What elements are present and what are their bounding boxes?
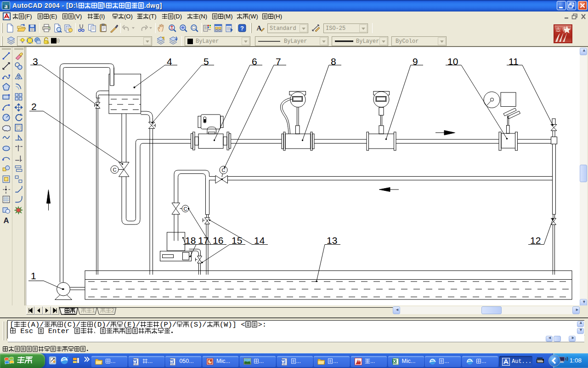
svg-text:8: 8 (331, 56, 336, 67)
svg-text:5: 5 (204, 56, 209, 67)
svg-text:A: A (3, 216, 9, 224)
svg-text:10: 10 (447, 56, 458, 67)
svg-text:a: a (5, 3, 8, 10)
svg-text:C: C (113, 167, 117, 172)
svg-text:12: 12 (530, 235, 541, 246)
svg-text:11: 11 (509, 56, 519, 67)
svg-text:2: 2 (31, 101, 37, 112)
svg-text:6: 6 (252, 56, 257, 67)
svg-text:17: 17 (198, 235, 209, 246)
svg-text:C: C (222, 167, 226, 173)
svg-text:C: C (184, 206, 187, 212)
svg-text:14: 14 (254, 235, 265, 246)
svg-text:13: 13 (327, 235, 337, 246)
svg-text:7: 7 (276, 56, 281, 67)
svg-text:15: 15 (232, 235, 242, 246)
svg-text:16: 16 (213, 235, 223, 246)
svg-text:3: 3 (33, 56, 38, 67)
svg-text:1: 1 (31, 270, 36, 281)
svg-text:9: 9 (413, 56, 418, 67)
svg-text:18: 18 (185, 235, 196, 246)
svg-text:4: 4 (167, 56, 172, 67)
svg-text:?: ? (240, 25, 244, 32)
